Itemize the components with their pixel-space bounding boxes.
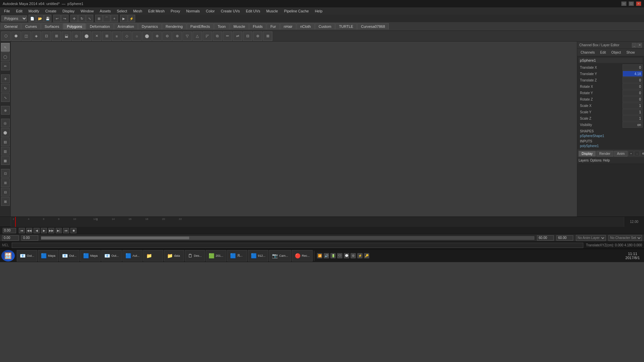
range-start-input[interactable] [2,235,19,241]
tab-curvesa[interactable]: Curvesa07868 [357,23,389,29]
lr-sub-help[interactable]: Help [603,159,610,162]
taskbar-item-cam[interactable]: 📷 Cam... [269,250,291,261]
taskbar-item-outlook2[interactable]: 📧 Out... [59,250,79,261]
transport-record[interactable]: ⏺ [70,228,76,233]
tab-curves[interactable]: Curves [21,23,41,29]
anim-layer-selector[interactable]: No Anim Layer [576,235,606,241]
tray-chat-icon[interactable]: 💬 [344,253,349,258]
tab-dynamics[interactable]: Dynamics [138,23,162,29]
shelf-bridge[interactable]: ⊞ [52,32,61,41]
undo-btn[interactable]: ↩ [53,15,61,22]
shelf-poke[interactable]: △ [193,32,202,41]
mel-command-input[interactable] [12,243,583,248]
shelf-boolean-union[interactable]: ⊕ [152,32,162,41]
menu-modify[interactable]: Modify [26,8,42,14]
transport-step-back[interactable]: ◀ [34,228,40,233]
move-tool[interactable]: ✛ [1,74,10,83]
open-btn[interactable]: 📂 [36,15,44,22]
shelf-append[interactable]: ⬓ [62,32,71,41]
minimize-button[interactable]: ─ [621,1,627,6]
taskbar-item-des[interactable]: 🗒 Des... [185,250,205,261]
lr-tab-render[interactable]: Render [596,151,613,157]
menu-display[interactable]: Display [60,8,77,14]
menu-edit-uvs[interactable]: Edit UVs [243,8,263,14]
taskbar-item-outlook1[interactable]: 📧 Out... [17,250,37,261]
lr-tab-display[interactable]: Display [579,151,596,157]
taskbar-item-data[interactable]: 📁 data [164,250,184,261]
shelf-uv-map[interactable]: ⊟ [243,32,252,41]
system-clock[interactable]: 11:11 2017/8/1 [623,252,643,260]
new-scene-btn[interactable]: 📄 [29,15,36,22]
tab-fur[interactable]: Fur [267,23,280,29]
cb-tab-channels[interactable]: Channels [579,50,597,55]
shelf-combine[interactable]: ⬢ [11,32,21,41]
shelf-smooth[interactable]: ○ [132,32,142,41]
scale-tool[interactable]: ⤡ [1,93,10,102]
taskbar-item-aut[interactable]: 🟦 Aut... [122,250,143,261]
lr-tab-anim[interactable]: Anim [614,151,628,157]
taskbar-item-maya2[interactable]: 🟦 Maya [80,250,101,261]
mode-selector[interactable]: Polygons Surfaces Dynamics Rendering Ani… [1,15,27,21]
soft-mod[interactable]: ◎ [1,119,10,127]
tab-general[interactable]: General [1,23,21,29]
move-btn[interactable]: ✛ [70,15,78,22]
tab-fluids[interactable]: Fluids [249,23,266,29]
taskbar-item-rec[interactable]: 🔴 Rec... [292,250,313,261]
current-frame-input[interactable] [3,228,16,233]
channel-value-vis[interactable]: on [623,122,643,128]
shelf-sculpt[interactable]: ⬤ [142,32,152,41]
tray-battery-icon[interactable]: 🔋 [330,253,336,258]
paint-skin[interactable]: ▤ [1,137,10,146]
render-btn[interactable]: ▶ [120,15,127,22]
tab-turtle[interactable]: TURTLE [335,23,357,29]
tab-muscle[interactable]: Muscle [230,23,249,29]
sculpt-geometry[interactable]: ⬤ [1,128,10,137]
shape-node-link[interactable]: pSphereShape1 [579,134,643,138]
ipr-btn[interactable]: ⚡ [128,15,135,22]
show-manipulator[interactable]: ⊕ [1,106,10,115]
channel-value-ty[interactable]: 4.18 [623,71,643,77]
tray-app1-icon[interactable]: ⚙ [351,253,356,258]
tab-deformation[interactable]: Deformation [86,23,114,29]
shelf-offset-edge[interactable]: ≡ [112,32,121,41]
menu-select[interactable]: Select [114,8,130,14]
tray-volume-icon[interactable]: 🔊 [324,253,329,258]
range-slider[interactable] [41,236,534,240]
tab-ncloth[interactable]: nCloth [297,23,315,29]
paint-select-tool[interactable]: ✏ [1,62,10,70]
transport-step-forward[interactable]: ▶▶ [48,228,54,233]
input-node-link[interactable]: polySphere1 [579,144,643,148]
close-button[interactable]: ✕ [636,1,641,6]
shelf-reduce[interactable]: ▽ [182,32,192,41]
rotate-tool[interactable]: ↻ [1,84,10,93]
channel-value-tz[interactable]: 0 [623,77,643,83]
shelf-paint-weights[interactable]: ✏ [223,32,232,41]
lr-sub-layers[interactable]: Layers [579,159,589,162]
tab-painteffects[interactable]: PaintEffects [187,23,214,29]
lasso-tool[interactable]: ◯ [1,52,10,61]
attribute-paint[interactable]: ▦ [1,156,10,165]
tab-polygons[interactable]: Polygons [63,23,86,29]
shelf-bevel[interactable]: ◇ [122,32,131,41]
snap-grid-btn[interactable]: ⊞ [95,15,103,22]
menu-file[interactable]: File [1,8,13,14]
cb-tab-edit[interactable]: Edit [598,50,608,55]
cb-tab-object[interactable]: Object [609,50,623,55]
tab-rendering[interactable]: Rendering [162,23,186,29]
menu-create-uvs[interactable]: Create UVs [218,8,243,14]
new-layer-btn[interactable]: + [628,151,634,156]
layer-options-btn[interactable]: ⚙ [640,151,644,156]
tab-nhair[interactable]: nHair [280,23,296,29]
transport-play-forward[interactable]: ▶ [41,228,47,233]
joint-tool[interactable]: ⊞ [1,178,10,187]
snap-point-btn[interactable]: + [111,15,118,22]
shelf-mirror[interactable]: ⇌ [233,32,242,41]
snap-curve-btn[interactable]: ⌒ [103,15,110,22]
shelf-split-poly[interactable]: ✕ [92,32,101,41]
tray-app2-icon[interactable]: ⚡ [357,253,363,258]
scale-btn[interactable]: ⤡ [86,15,93,22]
taskbar-item-folder1[interactable]: 📁 [143,250,163,261]
shelf-unfold[interactable]: ⊛ [253,32,262,41]
menu-color[interactable]: Color [203,8,217,14]
current-time-field[interactable] [21,235,38,241]
